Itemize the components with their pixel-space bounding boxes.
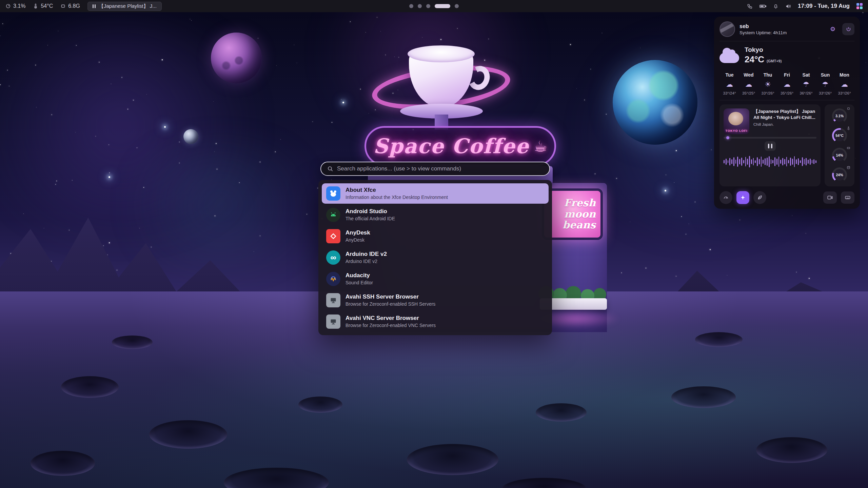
- track-artist: Chill Japan.: [753, 122, 816, 126]
- app-results-list: About Xfce Information about the Xfce De…: [318, 180, 552, 335]
- app-subtitle: AnyDesk: [346, 237, 370, 243]
- app-subtitle: Browse for Zeroconf-enabled VNC Servers: [346, 323, 436, 328]
- space-coffee-sign: Space Coffee ☕: [364, 126, 556, 166]
- media-progress-bar[interactable]: [724, 137, 816, 139]
- app-grid-icon[interactable]: [856, 3, 863, 9]
- app-row-arduino[interactable]: ∞ Arduino IDE v2 Arduino IDE v2: [322, 247, 549, 268]
- album-art: TOKYO LOFI: [724, 108, 749, 134]
- avahi-ssh-icon: [326, 293, 340, 307]
- username: seb: [739, 23, 787, 29]
- app-row-audacity[interactable]: Audacity Sound Editor: [322, 269, 549, 289]
- cpu-usage-value: 3.1%: [13, 3, 25, 9]
- workspace-dot[interactable]: [435, 4, 450, 8]
- search-input[interactable]: [337, 165, 543, 172]
- forecast-column: Sun ☂ 33°/26°: [816, 72, 835, 95]
- disk-gauge-value: 24%: [836, 173, 843, 177]
- forecast-column: Fri ☁ 35°/26°: [778, 72, 796, 95]
- app-title: Arduino IDE v2: [346, 251, 387, 258]
- eco-mode-button[interactable]: [753, 191, 766, 204]
- workspace-dot[interactable]: [418, 4, 422, 8]
- cpu-gauge-value: 3.1%: [835, 114, 844, 118]
- cpu-icon: [5, 3, 11, 9]
- memory-icon: [847, 146, 850, 150]
- desktop: Fresh moon beans Space Coffee ☕: [0, 0, 868, 488]
- app-launcher: About Xfce Information about the Xfce De…: [318, 162, 552, 335]
- cpu-gauge: 3.1%: [830, 108, 849, 124]
- avatar: [719, 21, 735, 37]
- app-row-anydesk[interactable]: AnyDesk AnyDesk: [322, 226, 549, 246]
- now-playing-pill[interactable]: 【Japanese Playlist】 J...: [87, 2, 162, 11]
- app-row-avahi-vnc[interactable]: Avahi VNC Server Browser Browse for Zero…: [322, 311, 549, 332]
- coffee-cup-icon: ☕: [534, 138, 547, 155]
- widget-sidebar: seb System Uptime: 4h11m ⚙ Tokyo 24°C (G…: [714, 17, 860, 209]
- small-moon: [183, 129, 198, 144]
- balanced-mode-button[interactable]: [736, 191, 749, 204]
- power-icon[interactable]: [842, 23, 854, 35]
- app-title: Avahi VNC Server Browser: [346, 315, 436, 322]
- forecast-weather-icon: ☁: [745, 80, 752, 88]
- forecast-weather-icon: ☀: [765, 80, 771, 88]
- settings-gear-icon[interactable]: ⚙: [827, 23, 839, 35]
- forecast-weather-icon: ☁: [726, 80, 733, 88]
- disk-icon: [847, 166, 850, 169]
- track-title: 【Japanese Playlist】 Japan All Night - To…: [753, 108, 816, 121]
- memory-gauge-value: 14%: [836, 153, 843, 157]
- sign-text: Space Coffee: [373, 134, 529, 158]
- pause-button[interactable]: [765, 141, 776, 151]
- app-title: About Xfce: [346, 187, 448, 194]
- user-card: seb System Uptime: 4h11m ⚙: [719, 21, 854, 41]
- app-row-avahi-ssh[interactable]: Avahi SSH Server Browser Browse for Zero…: [322, 290, 549, 310]
- avahi-vnc-icon: [326, 314, 340, 329]
- forecast-weather-icon: ☂: [822, 80, 829, 88]
- pause-icon: [93, 4, 96, 8]
- forecast-weather-icon: ☂: [803, 80, 809, 88]
- temperature-stat: 54°C: [33, 3, 53, 9]
- app-row-android-studio[interactable]: Android Studio The official Android IDE: [322, 205, 549, 225]
- forecast-temps: 35°/26°: [781, 91, 793, 95]
- purple-planet: [211, 33, 262, 83]
- forecast-day: Fri: [784, 72, 790, 78]
- xfce-icon: [326, 186, 340, 201]
- workspace-dot[interactable]: [409, 4, 413, 8]
- audacity-icon: [326, 272, 340, 286]
- now-playing-label: 【Japanese Playlist】 J...: [99, 3, 157, 9]
- forecast-temps: 33°/26°: [838, 91, 851, 95]
- phone-link-icon[interactable]: [747, 3, 753, 9]
- keyboard-button[interactable]: [841, 191, 854, 204]
- media-progress-handle[interactable]: [726, 136, 729, 139]
- forecast-column: Thu ☀ 33°/26°: [758, 72, 777, 95]
- volume-icon[interactable]: [785, 3, 791, 9]
- battery-icon[interactable]: [760, 4, 766, 9]
- earth-planet: [613, 60, 697, 145]
- screen-record-button[interactable]: [823, 191, 837, 204]
- cpu-stat: 3.1%: [5, 3, 25, 9]
- forecast-temps: 33°/24°: [723, 91, 736, 95]
- forecast-day: Thu: [764, 72, 772, 78]
- app-subtitle: The official Android IDE: [346, 216, 395, 222]
- memory-stat: 6.8G: [60, 3, 80, 9]
- cafe-window-text: beans: [563, 220, 596, 230]
- uptime-label: System Uptime: 4h11m: [739, 30, 787, 35]
- launcher-search-bar[interactable]: [320, 162, 550, 176]
- workspace-dot[interactable]: [455, 4, 459, 8]
- thermometer-icon: [33, 3, 38, 9]
- forecast-temps: 33°/26°: [819, 91, 832, 95]
- weather-cloud-icon: [719, 53, 739, 63]
- app-title: AnyDesk: [346, 229, 370, 236]
- thermometer-icon: [847, 126, 850, 130]
- app-row-about-xfce[interactable]: About Xfce Information about the Xfce De…: [322, 183, 549, 204]
- clock[interactable]: 17:09 - Tue, 19 Aug: [798, 3, 850, 9]
- bright-star: [108, 176, 110, 178]
- performance-mode-button[interactable]: [719, 191, 732, 204]
- notifications-bell-icon[interactable]: [773, 3, 778, 9]
- forecast-column: Tue ☁ 33°/24°: [720, 72, 739, 95]
- forecast-day: Mon: [840, 72, 849, 78]
- forecast-temps: 36°/26°: [800, 91, 813, 95]
- bright-star: [164, 126, 166, 128]
- app-subtitle: Arduino IDE v2: [346, 259, 387, 264]
- workspace-dot[interactable]: [426, 4, 430, 8]
- cpu-icon: [847, 107, 850, 110]
- arduino-icon: ∞: [326, 250, 340, 265]
- forecast-day: Tue: [726, 72, 734, 78]
- forecast-weather-icon: ☁: [841, 80, 848, 88]
